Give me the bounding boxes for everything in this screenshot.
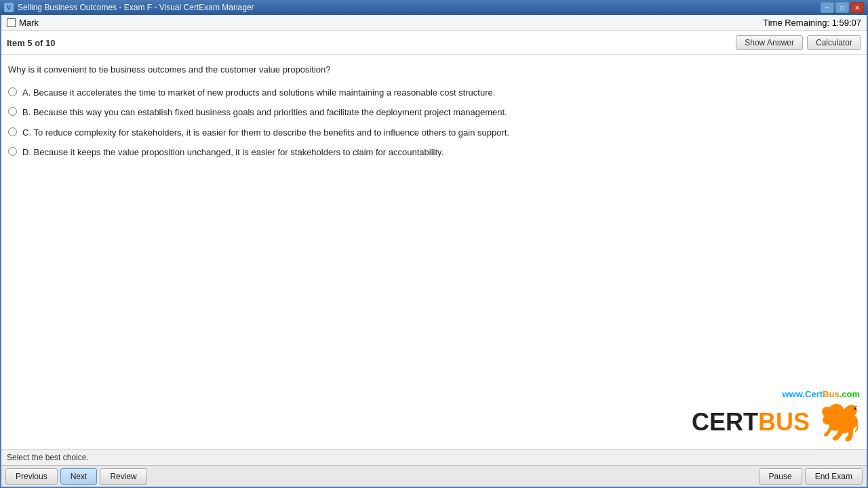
next-button[interactable]: Next — [60, 468, 98, 485]
brand-bus: BUS — [758, 408, 810, 436]
status-bar: Select the best choice. — [1, 449, 867, 465]
restore-button[interactable]: □ — [835, 2, 849, 13]
question-area: Why is it convenient to tie business out… — [1, 55, 867, 449]
calculator-button[interactable]: Calculator — [807, 35, 861, 50]
title-bar-left: V Selling Business Outcomes - Exam F - V… — [4, 3, 254, 12]
main-window: Mark Time Remaining: 1:59:07 Item 5 of 1… — [0, 15, 868, 488]
previous-button[interactable]: Previous — [5, 468, 58, 485]
item-buttons: Show Answer Calculator — [736, 35, 861, 50]
svg-point-1 — [854, 408, 856, 410]
window-title: Selling Business Outcomes - Exam F - Vis… — [18, 3, 254, 12]
url-bus: Bus — [823, 389, 840, 399]
radio-a[interactable] — [8, 87, 17, 96]
bottom-nav-left: Previous Next Review — [5, 468, 147, 485]
item-info: Item 5 of 10 — [7, 38, 56, 48]
certbus-logo: www.CertBus.com CERTBUS — [692, 389, 860, 443]
answer-option-c[interactable]: C. To reduce complexity for stakeholders… — [8, 126, 860, 140]
bottom-nav-right: Pause End Exam — [759, 468, 863, 485]
mark-area: Mark — [7, 18, 39, 28]
answer-label-d[interactable]: D. Because it keeps the value propositio… — [22, 146, 443, 159]
pause-button[interactable]: Pause — [759, 468, 802, 485]
minimize-button[interactable]: − — [821, 2, 834, 13]
radio-d[interactable] — [8, 147, 17, 156]
answer-option-b[interactable]: B. Because this way you can establish fi… — [8, 106, 860, 119]
mark-label: Mark — [19, 18, 39, 28]
status-text: Select the best choice. — [7, 453, 89, 462]
url-certbus: Cert — [805, 389, 823, 399]
brand-cert: CERT — [692, 408, 758, 436]
item-bar: Item 5 of 10 Show Answer Calculator — [1, 31, 867, 55]
certbus-url: www.CertBus.com — [692, 389, 860, 399]
question-text: Why is it convenient to tie business out… — [8, 63, 860, 77]
timer-value: 1:59:07 — [832, 18, 861, 28]
timer-area: Time Remaining: 1:59:07 — [763, 18, 861, 28]
app-icon: V — [4, 3, 14, 12]
kangaroo-icon — [812, 402, 860, 443]
url-cert: www. — [783, 389, 805, 399]
top-bar: Mark Time Remaining: 1:59:07 — [1, 15, 867, 31]
url-com: .com — [840, 389, 860, 399]
radio-c[interactable] — [8, 127, 17, 136]
bottom-nav: Previous Next Review Pause End Exam — [1, 465, 867, 487]
certbus-brand: CERTBUS — [692, 402, 860, 443]
title-bar: V Selling Business Outcomes - Exam F - V… — [0, 0, 868, 15]
answer-label-c[interactable]: C. To reduce complexity for stakeholders… — [22, 126, 509, 140]
mark-checkbox[interactable] — [7, 18, 16, 27]
answer-option-a[interactable]: A. Because it accelerates the time to ma… — [8, 86, 860, 100]
answer-option-d[interactable]: D. Because it keeps the value propositio… — [8, 146, 860, 159]
review-button[interactable]: Review — [100, 468, 146, 485]
radio-b[interactable] — [8, 107, 17, 116]
answer-label-a[interactable]: A. Because it accelerates the time to ma… — [22, 86, 495, 100]
answer-label-b[interactable]: B. Because this way you can establish fi… — [22, 106, 507, 119]
show-answer-button[interactable]: Show Answer — [736, 35, 803, 50]
close-button[interactable]: ✕ — [850, 2, 864, 13]
timer-label: Time Remaining: — [763, 18, 829, 28]
end-exam-button[interactable]: End Exam — [805, 468, 863, 485]
window-controls: − □ ✕ — [821, 2, 864, 13]
